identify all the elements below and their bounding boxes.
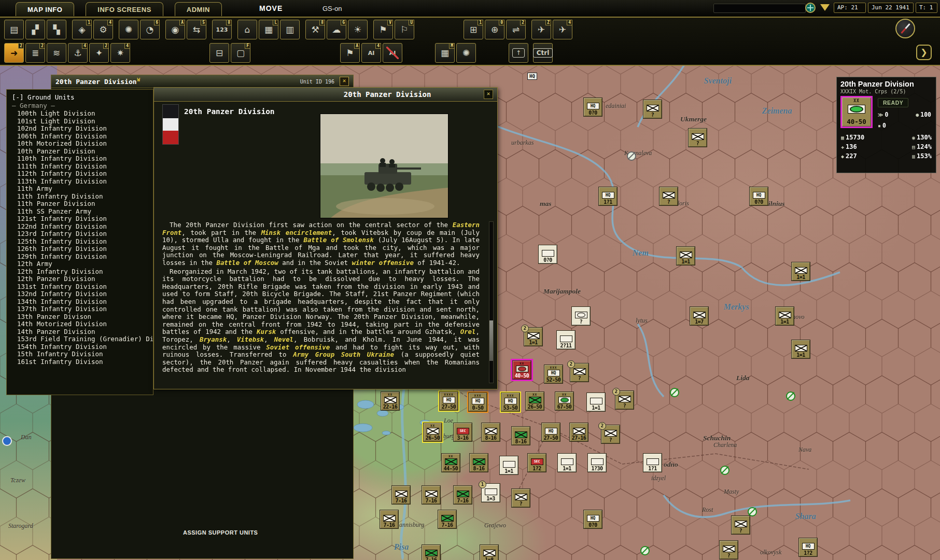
unit-list-item-126th-infantry-division[interactable]: 126th Infantry Division [12,245,153,253]
unit-counter[interactable]: ? [688,128,707,147]
unit-list-item-12th-panzer-division[interactable]: 12th Panzer Division [12,275,153,283]
unit-counter[interactable]: 1=31 [481,483,500,502]
airbase-icon[interactable] [640,546,650,555]
unit-counter[interactable]: 8-16 [481,423,500,442]
map-mode-3-button[interactable]: ▚ [47,20,66,39]
rail-repair-button[interactable]: ⊞1 [464,20,483,39]
depot-button[interactable]: ▦L [259,20,278,39]
unit-counter[interactable]: 7-16 [391,485,411,505]
unit-counter[interactable]: ? [731,515,750,535]
clear-weather-button[interactable]: ☀ [348,20,368,39]
unit-counter[interactable]: 1?1 [643,453,662,472]
unit-list-item-123rd-infantry-division[interactable]: 123rd Infantry Division [12,230,153,238]
unit-list-item-134th-infantry-division[interactable]: 134th Infantry Division [12,298,153,306]
unit-list-item-122nd-infantry-division[interactable]: 122nd Infantry Division [12,223,153,231]
air-mission-button[interactable]: ✈4 [553,20,572,39]
unit-counter[interactable]: 1=1 [775,306,794,326]
unit-list-item-129th-infantry-division[interactable]: 129th Infantry Division [12,253,153,261]
globe-icon[interactable] [805,3,816,13]
unit-counter[interactable]: HQ1?2 [798,538,818,557]
rail-move-button[interactable]: ≣2 [25,43,45,63]
dialog-close-button[interactable]: ✕ [484,90,493,99]
unit-list-item-102nd-infantry-division[interactable]: 102nd Infantry Division [12,125,153,133]
unit-counter[interactable]: 7-16 [380,510,399,529]
ai-off-button[interactable]: AI [383,43,402,63]
unit-counter[interactable]: 1=1 [557,453,577,472]
flag-u-button[interactable]: ⚐U [395,20,414,39]
window-titlebar[interactable]: 20th Panzer DivisionW Unit ID 196 ✕ [51,75,353,88]
compass-button[interactable] [895,19,915,38]
unit-counter[interactable]: 8-16 [511,426,530,445]
unit-counter[interactable]: 27-16 [569,423,588,442]
show-values-button[interactable]: 1238 [212,20,232,39]
unit-list-item-13th-panzer-divison[interactable]: 13th Panzer Divison [12,313,153,321]
tab-map-info[interactable]: MAP INFO [16,2,74,16]
unit-counter[interactable]: 1=8 [480,544,499,560]
unit-counter[interactable]: HQ0?0 [583,510,602,529]
naval-move-button[interactable]: ≋ [47,43,66,63]
unit-list-item-161st-infantry-divison[interactable]: 161st Infantry Divison [12,358,153,366]
manual-button[interactable]: ▦M [435,43,455,63]
tab-info-screens[interactable]: INFO SCREENS [86,2,163,16]
unit-counter[interactable]: ? [659,187,678,206]
shift-up-button[interactable]: ↑ [509,43,528,63]
airbase-icon[interactable] [720,466,729,475]
unit-counter[interactable]: 0?0 [538,245,557,264]
move-mode-button[interactable]: ➜2 [4,43,24,63]
unit-list-item-106th-infantry-division[interactable]: 106th Infantry Division [12,133,153,141]
explosion-button[interactable]: ✺ [456,43,476,63]
unit-counter[interactable]: 2?11 [556,330,576,349]
tab-admin[interactable]: ADMIN [175,2,222,16]
tree-root-ground-units[interactable]: [-] Ground Units [12,94,153,102]
unit-list-item-100th-light-division[interactable]: 100th Light Division [12,110,153,118]
window-close-button[interactable]: ✕ [340,77,349,86]
unit-counter[interactable]: XX22-16 [381,391,400,411]
air-group-button[interactable]: ✈Z [531,20,551,39]
unit-list-item-137th-infantry-division[interactable]: 137th Infantry Division [12,305,153,313]
unit-list-item-113th-infantry-division[interactable]: 113th Infantry Division [12,178,153,186]
unit-list-item-15th-infantry-division[interactable]: 15th Infantry Division [12,351,153,358]
weather-button[interactable]: ☁G [327,20,346,39]
unit-counter[interactable]: ? [571,306,591,326]
unit-counter[interactable]: XX26-50 [525,391,544,411]
unit-counter[interactable]: 1=1 [791,262,810,281]
rail-swap-button[interactable]: ⇌2 [506,20,526,39]
unit-counter[interactable]: XXXHQ0-50 [468,393,487,412]
unit-counter[interactable]: 7-16 [438,510,457,529]
combat-button[interactable]: ✷4 [110,43,130,63]
selected-unit-counter[interactable]: XX 40-50 [840,96,873,128]
unit-counter[interactable]: 1?30 [587,453,607,472]
airbase-icon[interactable] [670,388,679,397]
unit-list-item-12th-infantry-division[interactable]: 12th Infantry Division [12,268,153,276]
rail-yard-button[interactable]: ⊟ [209,43,229,63]
rail-net-button[interactable]: ⊕0 [485,20,504,39]
unit-list-item-101st-light-division[interactable]: 101st Light Division [12,118,153,125]
swap-sides-button[interactable]: ⇆5 [187,20,206,39]
unit-counter[interactable]: 7-16 [422,485,441,505]
build-button[interactable]: ⚒8 [305,20,325,39]
unit-list-item-11th-army[interactable]: 11th Army [12,185,153,193]
unit-counter[interactable]: ? [719,540,738,559]
filter-input[interactable] [713,4,806,13]
unit-list-item-154th-infantry-division[interactable]: 154th Infantry Division [12,343,153,351]
dialog-titlebar[interactable]: 20th Panzer Division ✕ [154,88,497,102]
unit-counter[interactable]: HQ27-50 [541,423,560,442]
unit-counter[interactable]: XX40-50 [512,360,531,380]
unit-list-item-110th-infantry-division[interactable]: 110th Infantry Division [12,155,153,163]
unit-list-item-125th-infantry-division[interactable]: 125th Infantry Division [12,238,153,246]
unit-counter[interactable]: SEC1?2 [527,453,546,472]
unit-counter[interactable]: SEC3-16 [453,423,472,442]
unit-counter[interactable]: 1=12 [524,327,543,346]
unit-list-item-14th-motorized-division[interactable]: 14th Motorized Division [12,320,153,328]
signal-button[interactable]: ◉A [165,20,185,39]
unit-counter[interactable]: ? [643,100,662,119]
unit-counter[interactable]: 1=1 [586,393,606,412]
unit-counter[interactable]: XX67-50 [555,391,574,411]
air-directive-button[interactable]: ⚑A [340,43,360,63]
unit-counter[interactable]: ?2 [615,390,634,410]
scrollbar-track[interactable] [489,221,494,383]
unit-counter[interactable]: XXXHQ53-50 [501,393,520,412]
flag-v-button[interactable]: ⚑V [373,20,393,39]
filter-icon[interactable] [820,4,830,11]
unit-counter[interactable]: 1=1 [676,246,695,265]
